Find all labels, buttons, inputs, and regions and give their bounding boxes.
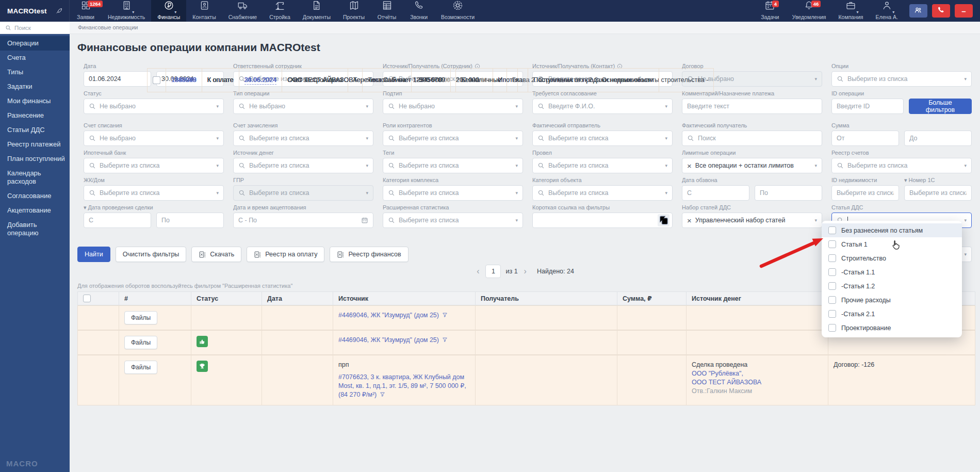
nav-item-label: Снабжение <box>228 14 257 20</box>
sidebar-item-dobavit-operaciyu[interactable]: Добавить операцию <box>0 218 70 240</box>
option-label: Проектирование <box>841 324 891 332</box>
operation-id-link[interactable]: 1848948 <box>171 76 197 84</box>
nav-item-proekty[interactable]: Проекты <box>337 0 371 22</box>
cell-empty <box>78 355 119 405</box>
sidebar-item-stati-dds[interactable]: Статьи ДДС <box>0 123 70 137</box>
nav-item-dokumenty[interactable]: Документы <box>297 0 337 22</box>
sidebar-item-tipy[interactable]: Типы <box>0 65 70 79</box>
pin-icon[interactable] <box>55 7 63 15</box>
nav-item-label: Задачи <box>761 14 779 20</box>
dds-article-option[interactable]: -Статья 1.2 <box>822 279 962 293</box>
cell-amount: 200 000.00 <box>451 69 493 92</box>
sidebar-item-zadatki[interactable]: Задатки <box>0 79 70 94</box>
date-link[interactable]: 24.06.2024 <box>244 76 277 85</box>
sidebar-item-operacii[interactable]: Операции <box>0 36 70 51</box>
sidebar-search[interactable]: Поиск <box>0 22 70 34</box>
select-all-checkbox[interactable] <box>83 295 91 302</box>
amount-decimals: .00 <box>479 77 487 83</box>
nav-item-nedvizhimost[interactable]: ▾Недвижимость <box>102 0 151 22</box>
nav-item-label: Финансы <box>157 14 180 20</box>
nav-item-vozmozhnosti[interactable]: Возможности <box>435 0 481 22</box>
dds-article-option[interactable]: -Статья 1.1 <box>822 265 962 279</box>
nav-item-stroyka[interactable]: Стройка <box>263 0 297 22</box>
checkbox[interactable] <box>828 254 836 262</box>
nav-item-label: Контакты <box>192 14 216 20</box>
nav-item-snabzhenie[interactable]: Снабжение <box>222 0 263 22</box>
checkbox[interactable] <box>828 268 836 276</box>
filter-label-text: Ипотечный банк <box>84 150 126 156</box>
column-header <box>78 292 119 305</box>
main-nav: 1264Заявки▾Недвижимость▾ФинансыКонтактыС… <box>70 0 481 22</box>
sidebar-item-plan-postupleniy[interactable]: План поступлений <box>0 152 70 166</box>
truck-icon <box>237 0 248 13</box>
nav-item-label: Елена А. <box>876 14 898 20</box>
filter-label-text: ЖК/Дом <box>84 177 105 183</box>
nav-item-zadachi[interactable]: 4Задачи <box>754 0 786 22</box>
logo[interactable]: MACROtest <box>0 0 70 22</box>
checkbox[interactable] <box>828 296 836 304</box>
sidebar-item-kalendar-raskhodov[interactable]: Календарь расходов <box>0 166 70 189</box>
nav-item-kompaniya[interactable]: ▾Компания <box>832 0 869 22</box>
nav-item-user[interactable]: ▾Елена А. <box>870 0 904 22</box>
checkbox[interactable] <box>828 240 836 248</box>
option-label: -Статья 2.1 <box>841 311 875 318</box>
search-icon <box>89 135 96 142</box>
search-icon <box>5 25 11 31</box>
sidebar-item-raznesenie[interactable]: Разнесение <box>0 108 70 123</box>
phone-icon <box>414 0 424 13</box>
row-checkbox[interactable] <box>153 76 160 84</box>
checkbox[interactable] <box>828 226 836 234</box>
search-icon <box>89 189 96 197</box>
filter-label-text: Статья ДДС <box>831 204 863 210</box>
breadcrumb-item[interactable]: Финансовые операции <box>78 24 138 30</box>
collapse-button[interactable]: – <box>955 4 973 18</box>
nav-item-zayavki[interactable]: 1264Заявки <box>70 0 102 22</box>
dds-article-option[interactable]: Прочие расходы <box>822 293 962 307</box>
sidebar-item-soglasovanie[interactable]: Согласование <box>0 189 70 203</box>
logo-text: MACROtest <box>7 7 47 15</box>
cell-receiver: Тестовый счет 123456789 <box>363 69 451 92</box>
report-icon <box>382 0 393 13</box>
dds-article-option[interactable]: Проектирование <box>822 321 962 335</box>
nav-item-label: Заявки <box>77 14 94 20</box>
nav-item-uvedomleniya[interactable]: 46Уведомления <box>786 0 832 22</box>
topbar: MACROtest 1264Заявки▾Недвижимость▾Финанс… <box>0 0 980 22</box>
call-button[interactable] <box>932 4 950 18</box>
checkbox[interactable] <box>828 310 836 318</box>
sidebar-item-moi-finansy[interactable]: Мои финансы <box>0 94 70 108</box>
blueprint-icon <box>349 0 360 13</box>
nav-item-otchety[interactable]: Отчёты <box>371 0 403 22</box>
sidebar-item-akceptovanie[interactable]: Акцептование <box>0 203 70 218</box>
sidebar-watermark: MACRO <box>6 459 38 468</box>
nav-item-label: Проекты <box>343 14 365 20</box>
crane-icon <box>274 0 285 13</box>
sidebar-item-reestr-platezhey[interactable]: Реестр платежей <box>0 137 70 152</box>
checkbox[interactable] <box>828 324 836 332</box>
search-icon <box>89 162 96 169</box>
nav-item-label: Возможности <box>441 14 475 20</box>
dds-article-option[interactable]: -Статья 2.1 <box>822 307 962 321</box>
contacts-panel-button[interactable] <box>909 4 927 18</box>
filter-deal-date-from-input[interactable] <box>89 217 146 224</box>
button-label: Найти <box>85 251 103 258</box>
sidebar-item-scheta[interactable]: Счета <box>0 51 70 65</box>
ruble-icon <box>164 0 174 13</box>
dds-article-option[interactable]: Строительство <box>822 251 962 265</box>
filter-label-text: Счет списания <box>84 122 122 128</box>
dds-article-option[interactable]: Статья 1 <box>822 237 962 251</box>
notification-badge: 4 <box>772 1 779 7</box>
dds-article-option[interactable]: Без разнесения по статьям <box>822 223 962 237</box>
phone-solid-icon <box>937 6 945 16</box>
chevron-down-icon: ▾ <box>132 10 134 14</box>
nav-item-kontakty[interactable]: Контакты <box>186 0 222 22</box>
cell-dds-article: Поступления от продажи недвижимости <box>528 69 659 92</box>
filter-label-text: Дата <box>84 63 96 69</box>
nav-item-zvonki[interactable]: Звонки <box>403 0 435 22</box>
nav-item-finansy[interactable]: ▾Финансы <box>151 0 186 22</box>
filter-date-from-input[interactable] <box>89 75 146 83</box>
checkbox[interactable] <box>828 282 836 290</box>
chevron-down-icon: ▾ <box>857 10 859 14</box>
find-button[interactable]: Найти <box>77 247 110 262</box>
nav-item-label: Звонки <box>410 14 428 20</box>
cell-money-source: Ипотека <box>493 69 528 92</box>
